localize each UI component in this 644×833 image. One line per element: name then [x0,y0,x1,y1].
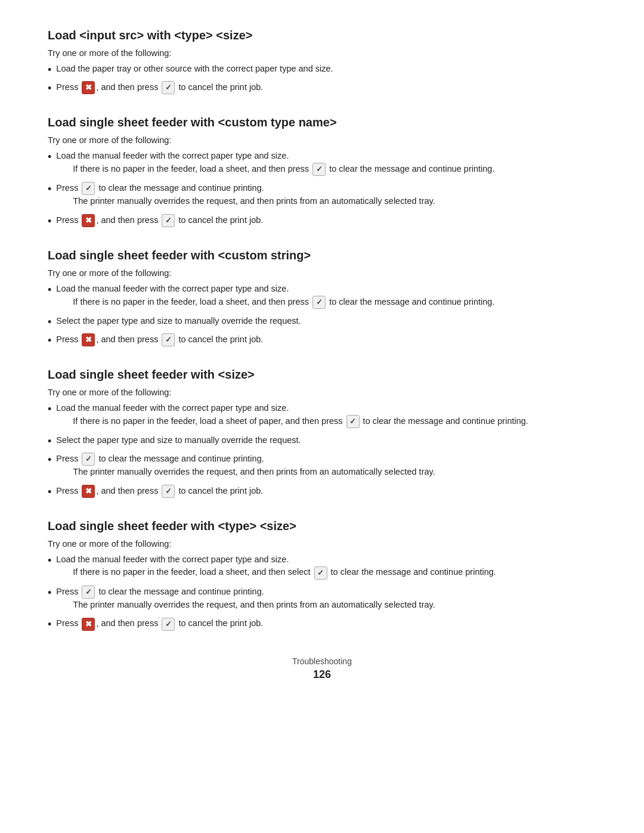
list-item: Press ✖, and then press ✓ to cancel the … [48,214,596,230]
list-item: Load the manual feeder with the correct … [48,283,596,312]
confirm-button-icon: ✓ [346,415,360,428]
confirm-button-icon: ✓ [82,586,95,599]
section-section2: Load single sheet feeder with <custom ty… [48,116,596,230]
sub-item: The printer manually overrides the reque… [73,599,596,612]
sub-item: The printer manually overrides the reque… [73,466,596,479]
footer-label: Troubleshooting [48,657,596,666]
cancel-button-icon: ✖ [82,333,95,346]
confirm-button-icon: ✓ [162,214,175,227]
list-item: Press ✖, and then press ✓ to cancel the … [48,333,596,349]
bullet-list: Load the manual feeder with the correct … [48,283,596,349]
list-item: Load the manual feeder with the correct … [48,150,596,179]
list-item: Select the paper type and size to manual… [48,315,596,330]
confirm-button-icon: ✓ [314,566,327,580]
footer-page: 126 [48,668,596,681]
sub-item: If there is no paper in the feeder, load… [73,566,596,579]
page-content: Load <input src> with <type> <size>Try o… [48,29,596,633]
confirm-button-icon: ✓ [162,81,175,94]
list-item: Press ✓ to clear the message and continu… [48,182,596,211]
section-title: Load single sheet feeder with <custom ty… [48,116,596,129]
sub-item: If there is no paper in the feeder, load… [73,296,596,309]
section-section3: Load single sheet feeder with <custom st… [48,249,596,349]
section-section4: Load single sheet feeder with <size>Try … [48,368,596,500]
confirm-button-icon: ✓ [162,485,175,498]
list-item: Press ✖, and then press ✓ to cancel the … [48,485,596,500]
try-text: Try one or more of the following: [48,135,596,145]
page-footer: Troubleshooting 126 [48,657,596,681]
sub-item: If there is no paper in the feeder, load… [73,163,596,176]
section-title: Load single sheet feeder with <custom st… [48,249,596,262]
list-item: Press ✓ to clear the message and continu… [48,586,596,615]
bullet-list: Load the paper tray or other source with… [48,63,596,97]
confirm-button-icon: ✓ [312,163,326,176]
try-text: Try one or more of the following: [48,48,596,58]
cancel-button-icon: ✖ [82,618,95,631]
list-item: Press ✖, and then press ✓ to cancel the … [48,617,596,633]
confirm-button-icon: ✓ [82,182,95,195]
section-section5: Load single sheet feeder with <type> <si… [48,519,596,633]
confirm-button-icon: ✓ [162,333,175,346]
list-item: Load the paper tray or other source with… [48,63,596,78]
list-item: Press ✖, and then press ✓ to cancel the … [48,81,596,97]
bullet-list: Load the manual feeder with the correct … [48,553,596,633]
cancel-button-icon: ✖ [82,214,95,227]
try-text: Try one or more of the following: [48,539,596,549]
sub-item: The printer manually overrides the reque… [73,195,596,208]
bullet-list: Load the manual feeder with the correct … [48,150,596,230]
list-item: Select the paper type and size to manual… [48,434,596,450]
cancel-button-icon: ✖ [82,485,95,498]
bullet-list: Load the manual feeder with the correct … [48,402,596,500]
try-text: Try one or more of the following: [48,268,596,278]
cancel-button-icon: ✖ [82,81,95,94]
section-title: Load single sheet feeder with <size> [48,368,596,382]
try-text: Try one or more of the following: [48,388,596,397]
section-section1: Load <input src> with <type> <size>Try o… [48,29,596,97]
confirm-button-icon: ✓ [82,453,95,466]
confirm-button-icon: ✓ [312,296,326,309]
section-title: Load single sheet feeder with <type> <si… [48,519,596,533]
section-title: Load <input src> with <type> <size> [48,29,596,42]
list-item: Press ✓ to clear the message and continu… [48,453,596,482]
list-item: Load the manual feeder with the correct … [48,553,596,583]
list-item: Load the manual feeder with the correct … [48,402,596,431]
confirm-button-icon: ✓ [162,618,175,631]
sub-item: If there is no paper in the feeder, load… [73,415,596,428]
